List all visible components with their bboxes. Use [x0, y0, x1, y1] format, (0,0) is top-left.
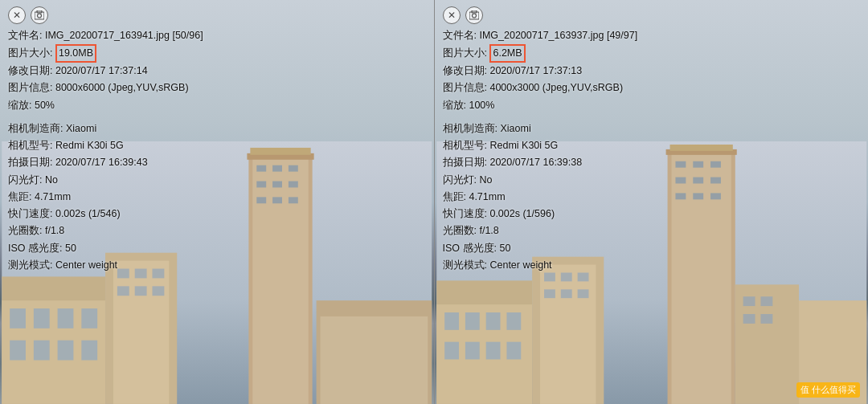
- right-zoom: 缩放: 100%: [443, 97, 861, 114]
- svg-rect-71: [743, 296, 755, 306]
- svg-rect-20: [10, 341, 26, 361]
- svg-rect-17: [34, 308, 50, 329]
- left-flash: 闪光灯: No: [8, 172, 426, 189]
- right-iso: ISO 感光度: 50: [443, 240, 861, 257]
- left-modified: 修改日期: 2020/07/17 17:37:14: [8, 63, 426, 80]
- svg-rect-55: [485, 312, 500, 330]
- right-focal: 焦距: 4.71mm: [443, 189, 861, 206]
- svg-rect-68: [577, 289, 588, 298]
- svg-rect-25: [113, 261, 169, 404]
- left-close-button[interactable]: ✕: [8, 6, 26, 24]
- left-iso: ISO 感光度: 50: [8, 240, 426, 257]
- left-camera-maker: 相机制造商: Xiaomi: [8, 120, 426, 137]
- svg-rect-16: [10, 308, 26, 329]
- watermark: 值 什么值得买: [796, 382, 860, 398]
- right-modified: 修改日期: 2020/07/17 17:37:13: [443, 63, 861, 80]
- svg-point-76: [472, 14, 476, 18]
- left-info-overlay: ✕ 文件名: IMG_20200717_163941.jpg [50/96] 图…: [0, 0, 434, 280]
- svg-rect-66: [544, 289, 555, 298]
- svg-rect-67: [560, 289, 571, 298]
- left-image-info: 图片信息: 8000x6000 (Jpeg,YUV,sRGB): [8, 80, 426, 96]
- right-image-info: 图片信息: 4000x3000 (Jpeg,YUV,sRGB): [443, 80, 861, 96]
- right-shoot-date: 拍摄日期: 2020/07/17 16:39:38: [443, 154, 861, 171]
- right-camera-maker: 相机制造商: Xiaomi: [443, 120, 861, 137]
- svg-rect-33: [321, 316, 428, 404]
- svg-rect-19: [81, 308, 97, 329]
- svg-rect-72: [760, 296, 772, 306]
- right-camera-model: 相机型号: Redmi K30i 5G: [443, 137, 861, 154]
- left-info-text: 文件名: IMG_20200717_163941.jpg [50/96] 图片大…: [8, 27, 426, 274]
- right-flash: 闪光灯: No: [443, 172, 861, 189]
- svg-rect-74: [760, 314, 772, 324]
- right-info-overlay: ✕ 文件名: IMG_20200717_163937.jpg [49/97] 图…: [435, 0, 869, 280]
- svg-point-35: [38, 14, 42, 18]
- svg-rect-59: [485, 342, 500, 360]
- svg-rect-22: [58, 341, 74, 361]
- left-focal: 焦距: 4.71mm: [8, 189, 426, 206]
- left-shutter: 快门速度: 0.002s (1/546): [8, 206, 426, 222]
- svg-rect-30: [135, 286, 147, 296]
- right-aperture: 光圈数: f/1.8: [443, 222, 861, 239]
- left-shoot-date: 拍摄日期: 2020/07/17 16:39:43: [8, 154, 426, 171]
- svg-rect-57: [444, 342, 459, 360]
- svg-rect-73: [743, 314, 755, 324]
- right-filename: 文件名: IMG_20200717_163937.jpg [49/97]: [443, 27, 861, 44]
- left-camera-button[interactable]: [31, 6, 48, 24]
- right-camera-button[interactable]: [465, 6, 483, 24]
- right-toolbar: ✕: [443, 6, 861, 24]
- svg-rect-23: [81, 341, 97, 361]
- right-info-text: 文件名: IMG_20200717_163937.jpg [49/97] 图片大…: [443, 27, 861, 274]
- left-aperture: 光圈数: f/1.8: [8, 222, 426, 239]
- right-camera-icon: [469, 10, 479, 20]
- left-zoom: 缩放: 50%: [8, 97, 426, 114]
- right-filesize-highlight: 6.2MB: [489, 44, 525, 63]
- svg-rect-54: [465, 312, 479, 330]
- svg-rect-62: [540, 265, 596, 404]
- right-shutter: 快门速度: 0.002s (1/596): [443, 206, 861, 222]
- svg-rect-60: [506, 342, 521, 360]
- left-filename: 文件名: IMG_20200717_163941.jpg [50/96]: [8, 27, 426, 44]
- right-filesize-row: 图片大小: 6.2MB: [443, 44, 861, 63]
- watermark-icon: 值: [800, 385, 809, 394]
- svg-rect-56: [506, 312, 521, 330]
- svg-rect-29: [117, 286, 129, 296]
- svg-rect-31: [153, 286, 165, 296]
- svg-rect-18: [58, 308, 74, 329]
- right-panel: ✕ 文件名: IMG_20200717_163937.jpg [49/97] 图…: [435, 0, 869, 404]
- svg-rect-53: [444, 312, 459, 330]
- left-panel: ✕ 文件名: IMG_20200717_163941.jpg [50/96] 图…: [0, 0, 434, 404]
- left-toolbar: ✕: [8, 6, 426, 24]
- left-camera-model: 相机型号: Redmi K30i 5G: [8, 137, 426, 154]
- right-metering: 测光模式: Center weight: [443, 257, 861, 274]
- left-filesize-highlight: 19.0MB: [55, 44, 96, 63]
- left-metering: 测光模式: Center weight: [8, 257, 426, 274]
- left-filesize-row: 图片大小: 19.0MB: [8, 44, 426, 63]
- camera-icon: [35, 10, 44, 20]
- right-close-button[interactable]: ✕: [443, 6, 461, 24]
- svg-rect-21: [34, 341, 50, 361]
- watermark-text: 什么值得买: [812, 385, 856, 394]
- svg-rect-58: [465, 342, 479, 360]
